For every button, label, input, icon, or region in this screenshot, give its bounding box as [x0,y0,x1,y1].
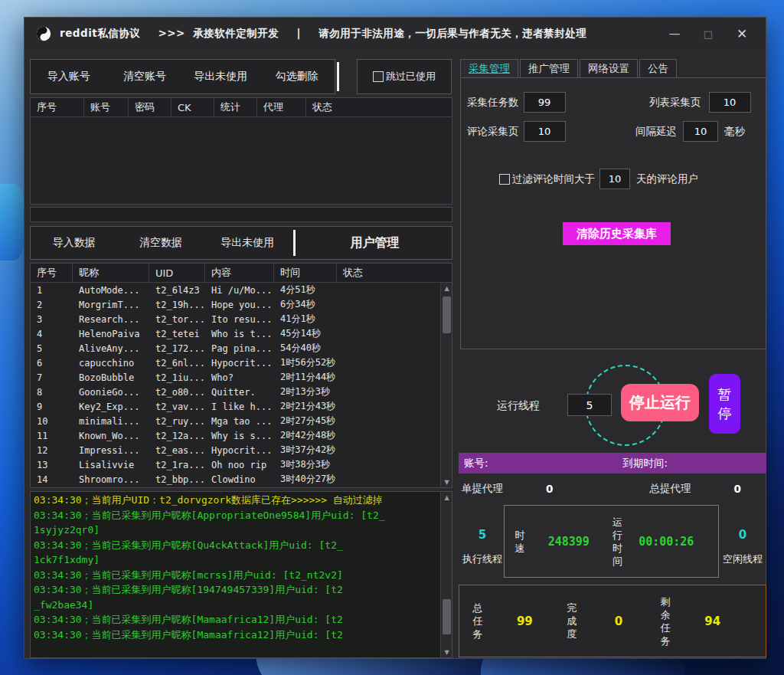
filter-comment-checkbox[interactable] [499,174,510,185]
table-cell: 2 [31,300,73,310]
table-cell: t2_ruy... [149,416,205,427]
close-button[interactable]: ✕ [730,24,753,44]
scroll-down-icon[interactable]: ▼ [441,477,452,487]
log-line: 03:34:30；当前已采集到用户昵称[Mamaafrica12]用户uid: … [34,612,439,627]
pause-button[interactable]: 暂停 [709,374,740,434]
table-row[interactable]: 9Key2_Exp...t2_vav...I like h...2时21分43秒 [31,399,440,414]
thread-count-input[interactable]: 5 [567,394,612,416]
table-cell: 2时27分45秒 [274,415,337,428]
table-cell: t2_tetei [149,329,205,339]
scroll-up-icon[interactable]: ▲ [441,283,452,293]
clear-accounts-button[interactable]: 清空账号 [106,60,182,93]
export-unused-accounts-button[interactable]: 导出未使用 [183,60,259,93]
filter-prefix-label: 过滤评论时间大于 [512,172,595,186]
exec-threads-value: 5 [459,528,506,542]
import-accounts-button[interactable]: 导入账号 [31,60,106,93]
column-header[interactable]: 时间 [274,264,337,282]
tab-network-settings[interactable]: 网络设置 [580,59,638,78]
scroll-up-icon[interactable]: ▲ [441,492,452,503]
table-cell: BozoBubble [73,372,149,383]
scroll-down-icon[interactable]: ▼ [441,647,452,657]
filter-days-input[interactable]: 10 [599,169,630,189]
column-header[interactable]: 状态 [306,98,452,116]
user-manage-button[interactable]: 用户管理 [298,227,452,259]
table-cell: t2_1iu... [149,372,205,383]
column-header[interactable]: 密码 [129,98,172,116]
user-table-scrollbar[interactable]: ▲ ▼ [440,283,452,487]
log-line: _fw2bae34] [34,598,439,613]
runtime-label: 运行时间 [612,516,624,568]
table-cell: Known_Wo... [73,431,149,441]
interval-input[interactable]: 10 [683,121,718,142]
table-row[interactable]: 5AliveAny...t2_172...Pag pina...54分40秒 [31,341,440,356]
completed-label: 完成度 [566,601,578,641]
column-header[interactable]: 内容 [205,264,274,282]
clear-history-button[interactable]: 清除历史采集库 [563,222,671,245]
table-row[interactable]: 10minimali...t2_ruy...Mga tao ...2时27分45… [31,414,440,428]
table-cell: 8 [31,387,73,398]
column-header[interactable]: 状态 [337,264,452,282]
comment-pages-input[interactable]: 10 [524,121,566,142]
column-header[interactable]: 序号 [31,98,84,116]
tab-promote-manage[interactable]: 推广管理 [520,59,578,78]
log-scrollbar[interactable]: ▲ ▼ [440,492,452,657]
tab-announcement[interactable]: 公告 [639,59,677,78]
column-header[interactable]: 序号 [31,264,73,282]
minimize-button[interactable]: — [663,24,686,44]
table-row[interactable]: 4HelenoPaivat2_teteiWho is t...45分14秒 [31,326,440,341]
maximize-button[interactable]: □ [697,24,720,44]
scrollbar-thumb[interactable] [443,599,451,634]
table-cell: 54分40秒 [274,342,337,355]
table-cell: 6 [31,358,73,369]
column-header[interactable]: 统计 [214,98,257,116]
column-header[interactable]: UID [149,264,205,282]
delete-checked-button[interactable]: 勾选删除 [259,60,335,93]
app-logo-icon [35,25,52,42]
table-row[interactable]: 14Shroomro...t2_bbp...Clowdino3时40分27秒 [31,472,440,487]
skip-used-checkbox[interactable] [373,71,384,82]
clear-data-button[interactable]: 清空数据 [117,227,204,259]
table-row[interactable]: 3Research...t2_tor...Ito resu...41分1秒 [31,312,440,326]
table-cell: 2时13分3秒 [274,385,337,398]
table-row[interactable]: 1AutoMode...t2_6l4z3Hi /u/Mo...4分51秒 [31,283,440,297]
table-cell: HelenoPaiva [73,329,149,339]
skip-used-label: 跳过已使用 [386,70,436,84]
column-header[interactable]: CK [172,98,214,116]
table-row[interactable]: 12Impressi...t2_eas...Hypocrit...3时37分42… [31,443,440,457]
column-header[interactable]: 代理 [257,98,306,116]
table-cell: Hi /u/Mo... [205,285,274,296]
scrollbar-thumb[interactable] [443,297,451,333]
skip-used-option[interactable]: 跳过已使用 [357,59,452,94]
log-lines: 03:34:30；当前用户UID：t2_dorvgzork数据库已存在>>>>>… [34,493,439,657]
remaining-value: 94 [671,614,753,628]
table-cell: 13 [31,460,73,470]
table-row[interactable]: 7BozoBubblet2_1iu...Who?2时11分44秒 [31,370,440,385]
table-cell: 2时21分43秒 [274,400,337,413]
column-header[interactable]: 账号 [84,98,129,116]
list-pages-input[interactable]: 10 [709,92,751,113]
export-unused-data-button[interactable]: 导出未使用 [204,227,291,259]
table-row[interactable]: 13Lisalivviet2_1ra...Oh noo rip3时38分3秒 [31,457,440,472]
table-cell: t2_6l4z3 [149,285,205,296]
column-header[interactable]: 昵称 [73,264,149,282]
comment-pages-label: 评论采集页 [467,125,519,139]
titlebar: reddit私信协议 >>> 承接软件定制开发 | 请勿用于非法用途，一切后果与… [24,18,766,50]
table-cell: Why is s... [205,431,274,441]
task-count-input[interactable]: 99 [524,92,566,113]
table-row[interactable]: 8GoonieGo...t2_o80...Quitter.2时13分3秒 [31,385,440,399]
tab-collect-manage[interactable]: 采集管理 [460,59,518,78]
table-cell: 14 [31,474,73,485]
table-cell: 4 [31,329,73,339]
settings-tabs: 采集管理 推广管理 网络设置 公告 [460,59,677,78]
table-cell: MorgrimT... [73,300,149,310]
table-row[interactable]: 2MorgrimT...t2_19h...Hope you...6分34秒 [31,297,440,312]
table-cell: Shroomro... [73,474,149,485]
table-row[interactable]: 6capucchinot2_6nl...Hypocrit...1时56分52秒 [31,356,440,370]
stop-run-button[interactable]: 停止运行 [621,384,699,421]
log-line: 03:34:30；当前已采集到用户昵称[Mamaafrica12]用户uid: … [34,627,439,643]
table-row[interactable]: 11Known_Wo...t2_12a...Why is s...2时42分48… [31,428,440,443]
remaining-label: 剩余任务 [659,595,671,647]
import-data-button[interactable]: 导入数据 [31,227,117,259]
pause-button-label: 暂停 [717,385,733,423]
task-stats-box: 总任务 99 完成度 0 剩余任务 94 [459,585,766,657]
